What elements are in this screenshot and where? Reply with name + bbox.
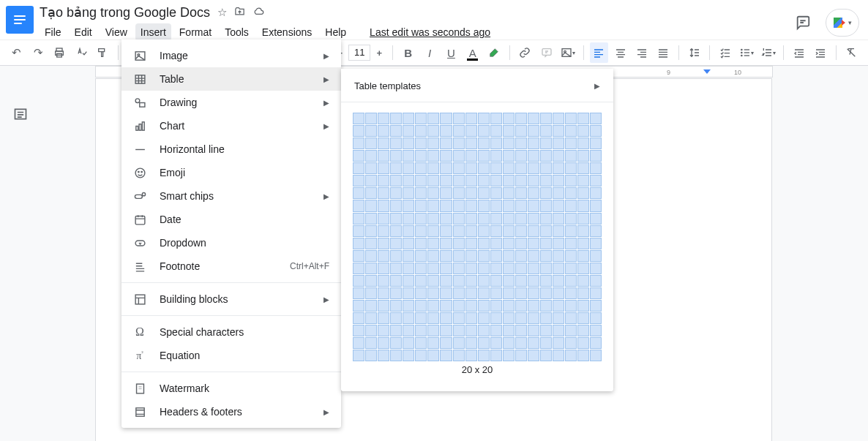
- grid-cell[interactable]: [353, 162, 364, 174]
- grid-cell[interactable]: [403, 213, 414, 225]
- grid-cell[interactable]: [365, 200, 377, 211]
- docs-logo[interactable]: [6, 6, 34, 34]
- grid-cell[interactable]: [515, 213, 527, 225]
- grid-cell[interactable]: [577, 225, 589, 237]
- grid-cell[interactable]: [378, 325, 389, 336]
- grid-cell[interactable]: [440, 263, 452, 274]
- grid-cell[interactable]: [378, 162, 389, 174]
- grid-cell[interactable]: [503, 350, 515, 361]
- grid-cell[interactable]: [427, 175, 439, 186]
- grid-cell[interactable]: [427, 150, 439, 162]
- grid-cell[interactable]: [565, 263, 577, 274]
- grid-cell[interactable]: [490, 137, 502, 149]
- grid-cell[interactable]: [415, 225, 427, 237]
- grid-cell[interactable]: [553, 187, 564, 199]
- grid-cell[interactable]: [515, 337, 527, 349]
- grid-cell[interactable]: [390, 150, 402, 162]
- insert-menu-table[interactable]: Table▶: [121, 67, 341, 91]
- grid-cell[interactable]: [403, 113, 414, 124]
- grid-cell[interactable]: [478, 238, 490, 249]
- grid-cell[interactable]: [403, 250, 414, 262]
- grid-cell[interactable]: [427, 113, 439, 124]
- grid-cell[interactable]: [565, 337, 577, 349]
- grid-cell[interactable]: [465, 312, 477, 324]
- grid-cell[interactable]: [415, 263, 427, 274]
- grid-cell[interactable]: [553, 275, 564, 287]
- grid-cell[interactable]: [353, 250, 364, 262]
- grid-cell[interactable]: [590, 300, 602, 312]
- grid-cell[interactable]: [403, 275, 414, 287]
- grid-cell[interactable]: [553, 175, 564, 186]
- grid-cell[interactable]: [353, 238, 364, 249]
- grid-cell[interactable]: [453, 287, 465, 299]
- grid-cell[interactable]: [503, 162, 515, 174]
- grid-cell[interactable]: [453, 162, 465, 174]
- grid-cell[interactable]: [478, 287, 490, 299]
- insert-menu-watermark[interactable]: Watermark: [121, 377, 341, 400]
- insert-menu-emoji[interactable]: Emoji: [121, 161, 341, 184]
- grid-cell[interactable]: [403, 175, 414, 186]
- grid-cell[interactable]: [528, 350, 539, 361]
- grid-cell[interactable]: [478, 300, 490, 312]
- grid-cell[interactable]: [440, 137, 452, 149]
- grid-cell[interactable]: [478, 125, 490, 137]
- numbered-list-button[interactable]: ▾: [759, 42, 777, 63]
- grid-cell[interactable]: [590, 175, 602, 186]
- grid-cell[interactable]: [378, 150, 389, 162]
- bold-button[interactable]: B: [399, 42, 417, 63]
- grid-cell[interactable]: [353, 337, 364, 349]
- grid-cell[interactable]: [540, 213, 552, 225]
- grid-cell[interactable]: [365, 150, 377, 162]
- grid-cell[interactable]: [403, 300, 414, 312]
- grid-cell[interactable]: [427, 287, 439, 299]
- grid-cell[interactable]: [465, 187, 477, 199]
- grid-cell[interactable]: [453, 300, 465, 312]
- grid-cell[interactable]: [478, 200, 490, 211]
- grid-cell[interactable]: [577, 250, 589, 262]
- redo-button[interactable]: ↷: [29, 42, 47, 63]
- menu-help[interactable]: Help: [320, 23, 351, 41]
- grid-cell[interactable]: [565, 125, 577, 137]
- grid-cell[interactable]: [378, 225, 389, 237]
- comment-history-icon[interactable]: [793, 13, 812, 32]
- grid-cell[interactable]: [427, 350, 439, 361]
- grid-cell[interactable]: [453, 337, 465, 349]
- insert-menu-pi[interactable]: π²Equation: [121, 344, 341, 367]
- grid-cell[interactable]: [565, 213, 577, 225]
- grid-cell[interactable]: [465, 200, 477, 211]
- grid-cell[interactable]: [590, 287, 602, 299]
- grid-cell[interactable]: [553, 337, 564, 349]
- grid-cell[interactable]: [528, 200, 539, 211]
- grid-cell[interactable]: [440, 175, 452, 186]
- grid-cell[interactable]: [365, 225, 377, 237]
- italic-button[interactable]: I: [420, 42, 438, 63]
- grid-cell[interactable]: [478, 250, 490, 262]
- grid-cell[interactable]: [515, 300, 527, 312]
- grid-cell[interactable]: [365, 137, 377, 149]
- grid-cell[interactable]: [478, 275, 490, 287]
- grid-cell[interactable]: [553, 125, 564, 137]
- grid-cell[interactable]: [553, 238, 564, 249]
- grid-cell[interactable]: [415, 137, 427, 149]
- insert-menu-footnote[interactable]: FootnoteCtrl+Alt+F: [121, 255, 341, 278]
- grid-cell[interactable]: [490, 350, 502, 361]
- grid-cell[interactable]: [465, 175, 477, 186]
- grid-cell[interactable]: [540, 125, 552, 137]
- grid-cell[interactable]: [478, 150, 490, 162]
- grid-cell[interactable]: [503, 187, 515, 199]
- grid-cell[interactable]: [440, 225, 452, 237]
- grid-cell[interactable]: [378, 287, 389, 299]
- grid-cell[interactable]: [503, 300, 515, 312]
- grid-cell[interactable]: [453, 187, 465, 199]
- grid-cell[interactable]: [590, 325, 602, 336]
- grid-cell[interactable]: [353, 137, 364, 149]
- grid-cell[interactable]: [427, 337, 439, 349]
- menu-tools[interactable]: Tools: [220, 23, 254, 41]
- grid-cell[interactable]: [453, 225, 465, 237]
- grid-cell[interactable]: [415, 325, 427, 336]
- grid-cell[interactable]: [553, 350, 564, 361]
- grid-cell[interactable]: [440, 287, 452, 299]
- grid-cell[interactable]: [577, 263, 589, 274]
- grid-cell[interactable]: [378, 238, 389, 249]
- last-edit-link[interactable]: Last edit was seconds ago: [364, 23, 495, 41]
